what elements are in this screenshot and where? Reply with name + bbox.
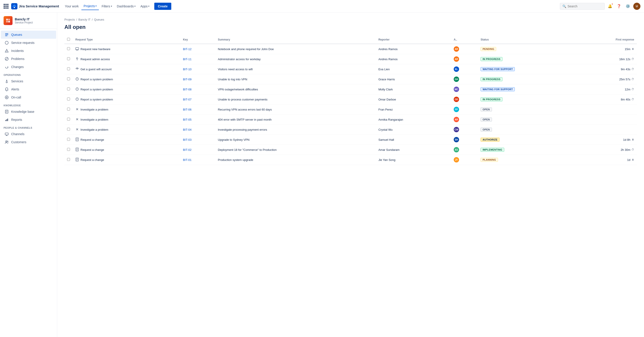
summary-text: Unable to process customer payments (218, 98, 268, 101)
first-response-time: 16m 12s (619, 58, 630, 61)
summary-text: Visitors need access to wifi (218, 68, 253, 71)
row-checkbox-bit-06[interactable] (67, 108, 70, 111)
col-status: Status (478, 36, 577, 44)
sidebar-item-reports[interactable]: Reports (1, 116, 56, 124)
assignee-avatar: OD (454, 97, 459, 102)
app-grid-icon[interactable] (4, 4, 8, 9)
request-type-label: Request a change (80, 148, 104, 152)
user-avatar[interactable]: U (633, 3, 640, 10)
sidebar-item-channels[interactable]: Channels (1, 130, 56, 138)
request-type-cell: Investigate a problem (75, 118, 178, 122)
row-checkbox-bit-10[interactable] (67, 67, 70, 70)
nav-your-work[interactable]: Your work (62, 3, 81, 10)
search-input[interactable] (568, 5, 602, 8)
issue-key-bit-01[interactable]: BIT-01 (183, 158, 192, 162)
table-row: Report a system problem BIT-08VPN outage… (64, 84, 637, 94)
nav-filters[interactable]: Filters ▾ (99, 3, 114, 10)
col-key: Key (180, 36, 215, 44)
reporter-cell: Andres Ramos (378, 58, 448, 61)
request-type-icon (75, 118, 79, 122)
settings-button[interactable]: ⚙️ (624, 3, 632, 10)
select-all-checkbox[interactable] (67, 38, 70, 41)
svg-point-37 (77, 89, 77, 90)
nav-dashboards[interactable]: Dashboards ▾ (115, 3, 138, 10)
sidebar-item-changes[interactable]: Changes (1, 63, 56, 71)
reporter-name: Eva Lien (378, 68, 390, 71)
sidebar-item-queues[interactable]: Queues (1, 31, 56, 39)
row-checkbox-bit-09[interactable] (67, 77, 70, 80)
issue-key-bit-12[interactable]: BIT-12 (183, 48, 192, 51)
sidebar-item-alerts[interactable]: Alerts (1, 85, 56, 93)
first-response-time: 12m (625, 88, 630, 91)
reports-icon (4, 118, 9, 122)
issues-table-container: Request Type Key Summary Reporter A.. St… (64, 36, 637, 165)
issue-key-bit-10[interactable]: BIT-10 (183, 68, 192, 71)
sidebar-item-incidents[interactable]: Incidents (1, 47, 56, 55)
reporter-name: Grace Harris (378, 78, 395, 81)
pause-icon: ⏸ (632, 158, 634, 161)
issue-key-bit-08[interactable]: BIT-08 (183, 88, 192, 91)
sidebar-item-services[interactable]: Services (1, 77, 56, 85)
issue-key-bit-02[interactable]: BIT-02 (183, 148, 192, 152)
reporter-cell: Annika Rangarajan (378, 118, 448, 121)
customers-icon (4, 140, 9, 144)
svg-point-40 (77, 99, 77, 100)
request-type-label: Report a system problem (80, 98, 113, 101)
status-badge: PLANNING (480, 158, 498, 162)
issue-key-bit-11[interactable]: BIT-11 (183, 58, 192, 61)
table-row: Investigate a problem BIT-05404 error wi… (64, 115, 637, 125)
logo[interactable]: Jira Service Management (11, 3, 59, 10)
row-checkbox-bit-01[interactable] (67, 158, 70, 161)
notifications-container: 🔔 (606, 3, 614, 10)
search-box[interactable]: 🔍 (560, 3, 605, 10)
breadcrumb-bancly-it[interactable]: Bancly IT (78, 18, 90, 21)
sidebar-item-knowledge-base[interactable]: Knowledge base (1, 108, 56, 116)
create-button[interactable]: Create (154, 3, 171, 10)
row-checkbox-bit-02[interactable] (67, 148, 70, 151)
sidebar-item-service-requests[interactable]: Service requests (1, 39, 56, 47)
issue-key-bit-09[interactable]: BIT-09 (183, 78, 192, 81)
svg-rect-25 (76, 48, 79, 50)
issue-key-bit-07[interactable]: BIT-07 (183, 98, 192, 101)
sidebar-item-oncall[interactable]: On-call (1, 93, 56, 101)
row-checkbox-bit-12[interactable] (67, 47, 70, 50)
assignee-cell: AR (454, 117, 475, 122)
issue-key-bit-05[interactable]: BIT-05 (183, 118, 192, 121)
row-checkbox-bit-03[interactable] (67, 138, 70, 141)
nav-apps[interactable]: Apps ▾ (138, 3, 152, 10)
issue-key-bit-06[interactable]: BIT-06 (183, 108, 192, 111)
row-checkbox-bit-11[interactable] (67, 57, 70, 60)
channels-icon (4, 132, 9, 136)
issue-key-bit-04[interactable]: BIT-04 (183, 128, 192, 131)
status-badge: PENDING (480, 47, 496, 51)
sidebar-item-problems[interactable]: Problems (1, 55, 56, 63)
row-checkbox-bit-04[interactable] (67, 128, 70, 131)
breadcrumb-projects[interactable]: Projects (64, 18, 75, 21)
svg-rect-20 (6, 119, 7, 121)
search-icon: 🔍 (562, 5, 566, 8)
clock-icon: ⏱ (632, 88, 634, 91)
assignee-avatar: AR (454, 117, 459, 122)
row-checkbox-bit-05[interactable] (67, 118, 70, 121)
reporter-cell: Samuel Hall (378, 138, 448, 141)
table-row: Request a change BIT-02Deployment 18 for… (64, 145, 637, 155)
nav-projects[interactable]: Projects ▾ (82, 3, 99, 10)
assignee-avatar: EL (454, 67, 459, 72)
filters-chevron: ▾ (111, 5, 112, 8)
request-type-icon (75, 57, 79, 61)
sidebar-item-customers[interactable]: Customers (1, 138, 56, 146)
request-type-label: Get a guest wifi account (80, 68, 112, 71)
oncall-icon (4, 95, 9, 100)
assignee-avatar: SH (454, 137, 459, 142)
summary-text: 404 error with SMTP server in past month (218, 118, 272, 121)
row-checkbox-bit-08[interactable] (67, 88, 70, 90)
issue-key-bit-03[interactable]: BIT-03 (183, 138, 192, 141)
request-type-icon (75, 158, 79, 162)
logo-text: Jira Service Management (19, 4, 59, 8)
row-checkbox-bit-07[interactable] (67, 98, 70, 101)
col-request-type: Request Type (73, 36, 180, 44)
main-nav-links: Your work Projects ▾ Filters ▾ Dashboard… (62, 3, 152, 10)
help-button[interactable]: ❓ (616, 3, 622, 10)
first-response-cell: 9m 43s ⏱ (580, 68, 634, 71)
sidebar-item-alerts-label: Alerts (11, 88, 19, 91)
